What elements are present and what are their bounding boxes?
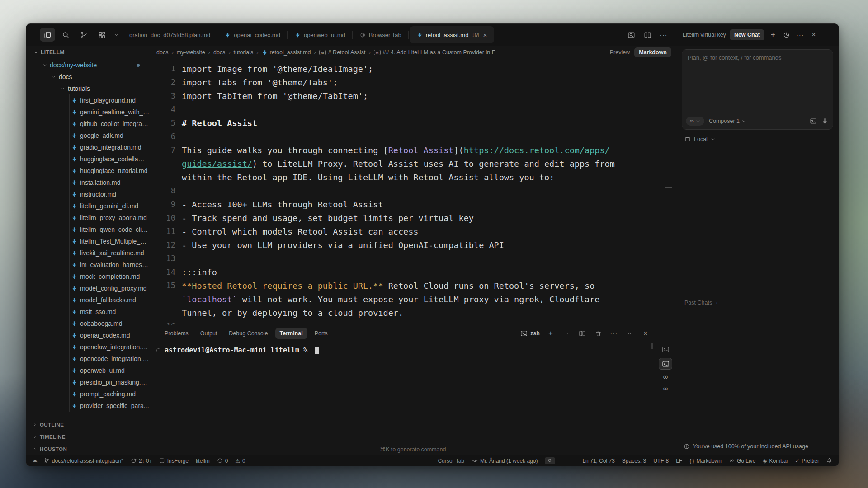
tree-file-github-copilot-integrati-[interactable]: github_copilot_integrati...: [26, 118, 150, 130]
tree-file-huggingface-codellama-[interactable]: huggingface_codellama_...: [26, 153, 150, 165]
tab-close-icon[interactable]: ×: [483, 31, 487, 39]
tree-file-livekit-xai-realtime-md[interactable]: livekit_xai_realtime.md: [26, 247, 150, 259]
markdown-toggle[interactable]: Markdown: [634, 47, 671, 57]
status-spaces-3[interactable]: Spaces: 3: [622, 458, 646, 464]
tree-folder-docs-my-website[interactable]: docs/my-website: [26, 59, 150, 71]
code-editor[interactable]: 1import Image from '@theme/IdealImage';2…: [150, 59, 676, 325]
chat-close-icon[interactable]: ×: [809, 30, 819, 40]
past-chats[interactable]: Past Chats ›: [676, 300, 839, 306]
tree-file-openclaw-integration-md[interactable]: openclaw_integration.md: [26, 341, 150, 353]
status-0[interactable]: 0: [217, 458, 228, 464]
breadcrumb-item[interactable]: docs: [156, 49, 168, 56]
tree-file-litellm-proxy-aporia-md[interactable]: litellm_proxy_aporia.md: [26, 212, 150, 224]
status-kombai[interactable]: ◈Kombai: [763, 458, 788, 464]
terminal-session-icon-active[interactable]: [659, 358, 672, 370]
status-0[interactable]: ⚠0: [235, 458, 245, 464]
shell-indicator[interactable]: zsh: [520, 330, 540, 337]
status-ln-71-col-73[interactable]: Ln 71, Col 73: [582, 458, 614, 464]
terminal-dropdown-icon[interactable]: [561, 328, 571, 338]
microphone-icon[interactable]: [821, 118, 828, 125]
model-selector[interactable]: ∞: [686, 117, 704, 126]
more-actions-icon[interactable]: ···: [659, 30, 669, 40]
task-session-icon[interactable]: ∞: [663, 372, 668, 381]
kill-terminal-icon[interactable]: [593, 328, 603, 338]
new-terminal-icon[interactable]: +: [546, 328, 556, 338]
breadcrumb-item[interactable]: M# Retool Assist: [319, 49, 366, 56]
tree-file-first-playground-md[interactable]: first_playground.md: [26, 94, 150, 106]
panel-tab-ports[interactable]: Ports: [310, 328, 332, 339]
tree-file-provider-specific-para-[interactable]: provider_specific_para...: [26, 400, 150, 412]
status-remote[interactable]: ><: [33, 458, 37, 464]
tree-file-installation-md[interactable]: installation.md: [26, 177, 150, 188]
attach-image-icon[interactable]: [810, 117, 817, 125]
status-go-live[interactable]: Go Live: [729, 458, 755, 464]
breadcrumb-item[interactable]: retool_assist.md: [262, 49, 311, 56]
extensions-icon[interactable]: [94, 28, 109, 42]
tree-file-huggingface-tutorial-md[interactable]: huggingface_tutorial.md: [26, 165, 150, 177]
tree-file-lm-evaluation-harness-[interactable]: lm_evaluation_harness...: [26, 259, 150, 271]
tree-file-mock-completion-md[interactable]: mock_completion.md: [26, 271, 150, 282]
terminal-output[interactable]: astrodevil@Astro-Mac-mini litellm % ∞ ∞: [150, 342, 676, 443]
editor-scrollbar[interactable]: [665, 187, 672, 188]
status-utf-8[interactable]: UTF-8: [653, 458, 669, 464]
tab-browser-tab[interactable]: Browser Tab: [353, 24, 409, 46]
tree-file-litellm-test-multiple-pr-[interactable]: litellm_Test_Multiple_Pr...: [26, 235, 150, 247]
status-prettier[interactable]: ✓Prettier: [795, 458, 819, 464]
chat-more-icon[interactable]: ···: [795, 30, 805, 40]
new-chat-button[interactable]: New Chat: [730, 29, 764, 40]
status-insforge[interactable]: InsForge: [159, 458, 189, 464]
split-terminal-icon[interactable]: [577, 328, 587, 338]
breadcrumb-item[interactable]: M## 4. Add LiteLLM as a Custom Provider …: [374, 49, 495, 56]
terminal-scrollbar[interactable]: [651, 343, 653, 349]
sidebar-section-outline[interactable]: OUTLINE: [26, 418, 150, 431]
terminal-session-icon[interactable]: [659, 343, 672, 355]
status-markdown[interactable]: { }Markdown: [689, 458, 722, 464]
tree-file-openweb-ui-md[interactable]: openweb_ui.md: [26, 365, 150, 376]
history-icon[interactable]: [782, 30, 792, 40]
tree-folder-tutorials[interactable]: tutorials: [26, 83, 150, 94]
chat-input[interactable]: Plan, @ for context, / for commands ∞ Co…: [682, 49, 833, 130]
task-session-icon[interactable]: ∞: [663, 384, 668, 393]
tree-file-gemini-realtime-with-a-[interactable]: gemini_realtime_with_a...: [26, 106, 150, 118]
status-lf[interactable]: LF: [676, 458, 682, 464]
tree-file-msft-sso-md[interactable]: msft_sso.md: [26, 306, 150, 318]
command-decoration-icon[interactable]: [156, 348, 160, 352]
tab-openweb-ui-md[interactable]: openweb_ui.md: [288, 24, 353, 46]
composer-selector[interactable]: Composer 1: [709, 118, 746, 124]
sidebar-section-houston[interactable]: HOUSTON: [26, 443, 150, 455]
tree-file-instructor-md[interactable]: instructor.md: [26, 188, 150, 200]
tree-file-model-config-proxy-md[interactable]: model_config_proxy.md: [26, 282, 150, 294]
tree-folder-docs[interactable]: docs: [26, 71, 150, 83]
tab-openai-codex-md[interactable]: openai_codex.md: [217, 24, 288, 46]
tree-file-oobabooga-md[interactable]: oobabooga.md: [26, 318, 150, 329]
tab-retool-assist-md[interactable]: retool_assist.md↓M×: [410, 26, 494, 43]
status-mr-nand-1-week-ago-[interactable]: Mr. Ånand (1 week ago): [472, 458, 538, 464]
tree-file-gradio-integration-md[interactable]: gradio_integration.md: [26, 141, 150, 153]
tree-file-openai-codex-md[interactable]: openai_codex.md: [26, 329, 150, 341]
tab-gration-doc-d075fd58-plan-md[interactable]: gration_doc_d075fd58.plan.md: [122, 24, 217, 46]
add-chat-icon[interactable]: +: [768, 30, 778, 40]
workspace-row[interactable]: LITELLM: [26, 46, 150, 59]
status-docs-retool-assist-integration-[interactable]: docs/retool-assist-integration*: [44, 458, 123, 464]
status-bell[interactable]: [826, 458, 832, 464]
breadcrumb-item[interactable]: tutorials: [234, 49, 254, 56]
breadcrumb-item[interactable]: docs: [213, 49, 225, 56]
breadcrumb-item[interactable]: my-website: [177, 49, 205, 56]
open-preview-icon[interactable]: [626, 30, 636, 40]
tree-file-litellm-gemini-cli-md[interactable]: litellm_gemini_cli.md: [26, 200, 150, 212]
close-panel-icon[interactable]: ×: [641, 328, 651, 338]
tree-file-google-adk-md[interactable]: google_adk.md: [26, 130, 150, 141]
tree-file-prompt-caching-md[interactable]: prompt_caching.md: [26, 388, 150, 400]
panel-tab-debug-console[interactable]: Debug Console: [224, 328, 272, 339]
panel-tab-output[interactable]: Output: [196, 328, 222, 339]
sidebar-section-timeline[interactable]: TIMELINE: [26, 431, 150, 443]
tree-file-model-fallbacks-md[interactable]: model_fallbacks.md: [26, 294, 150, 306]
search-icon[interactable]: [58, 28, 73, 42]
status-magbox[interactable]: [545, 457, 555, 464]
status-litellm[interactable]: litellm: [196, 458, 210, 464]
local-selector[interactable]: Local: [676, 130, 839, 142]
tree-file-presidio-pii-masking-md[interactable]: presidio_pii_masking.md: [26, 376, 150, 388]
tree-file-opencode-integration-md[interactable]: opencode_integration.md: [26, 353, 150, 365]
status-cursor-tab[interactable]: Cursor Tab: [438, 458, 464, 464]
panel-tab-terminal[interactable]: Terminal: [275, 328, 307, 339]
